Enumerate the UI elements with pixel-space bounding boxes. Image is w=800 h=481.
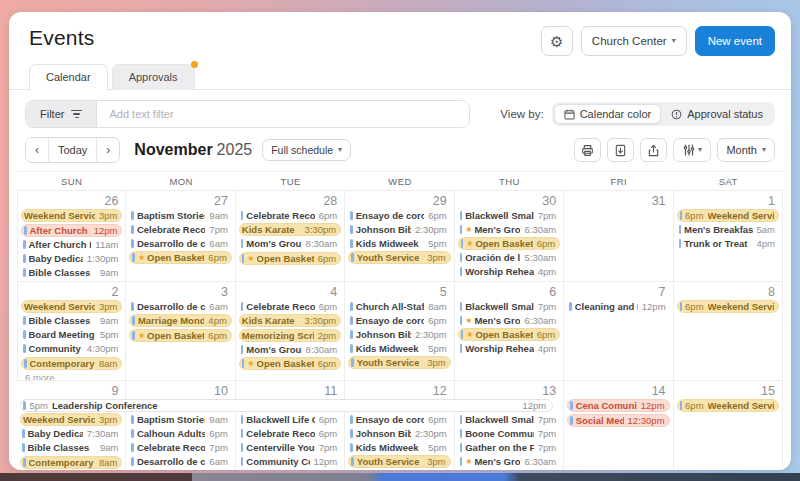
day-cell[interactable]: 5Church All-Staff8amEnsayo de coro6pmJoh… xyxy=(345,282,454,381)
event-item[interactable]: Men's Breakfast5am xyxy=(677,224,779,237)
day-cell[interactable]: 27Baptism Stories (...9amCelebrate Recov… xyxy=(126,191,235,282)
event-item[interactable]: Blackwell Small ...7pm xyxy=(458,209,560,222)
event-item[interactable]: Church All-Staff8am xyxy=(348,300,450,313)
event-item[interactable]: Desarrollo de car...6am xyxy=(129,300,231,313)
event-item[interactable]: Trunk or Treat4pm xyxy=(677,238,779,251)
event-item[interactable]: Johnson Bibl...2:30pm xyxy=(348,427,450,440)
event-item[interactable]: Kids Midweek5pm xyxy=(348,237,450,250)
day-cell[interactable]: 4Celebrate Recov...6pmKids Karate3:30pmM… xyxy=(236,282,345,381)
event-item[interactable]: Contemporary S...8am xyxy=(21,357,122,370)
event-item[interactable]: Kids Midweek5pm xyxy=(348,441,450,454)
event-item[interactable]: Bible Classes9am xyxy=(21,266,122,279)
print-button[interactable] xyxy=(574,138,601,162)
event-item[interactable]: Desarrollo de car...6am xyxy=(129,455,231,468)
day-cell[interactable]: 13Blackwell Small ...7pmBoone Communit..… xyxy=(455,381,564,470)
event-item[interactable]: Gather on the Far...7pm xyxy=(458,441,560,454)
day-cell[interactable]: 9Weekend Services3pmBaby Dedicati...7:30… xyxy=(17,381,126,470)
more-link[interactable]: 6 more... xyxy=(25,372,118,382)
event-item[interactable]: Celebrate Recov...7pm xyxy=(129,441,231,454)
event-item[interactable]: Kids Midweek5pm xyxy=(348,342,450,355)
day-cell[interactable]: 86pmWeekend Services xyxy=(674,282,783,381)
event-item[interactable]: Ensayo de coro6pm xyxy=(348,314,450,327)
event-item[interactable]: Johnson Bibl...2:30pm xyxy=(348,223,450,236)
event-item[interactable]: Weekend Services3pm xyxy=(20,413,122,426)
day-cell[interactable]: 29Ensayo de coro6pmJohnson Bibl...2:30pm… xyxy=(345,191,454,282)
event-item[interactable]: ★Men's Group6:30am xyxy=(458,223,560,236)
export-file-button[interactable] xyxy=(607,138,634,162)
event-item[interactable]: Community D...4:30pm xyxy=(21,343,122,356)
view-by-approval-status[interactable]: Approval status xyxy=(661,104,773,124)
next-button[interactable]: › xyxy=(96,138,119,162)
event-item[interactable]: Ensayo de coro6pm xyxy=(348,413,450,426)
event-item[interactable]: Youth Service3pm xyxy=(348,356,450,369)
event-item[interactable]: ★Men's Group6:30am xyxy=(458,314,560,327)
event-item[interactable]: Ensayo de coro6pm xyxy=(348,209,450,222)
prev-button[interactable]: ‹ xyxy=(26,138,48,162)
event-item[interactable]: Blackwell Small ...7pm xyxy=(458,300,560,313)
new-event-button[interactable]: New event xyxy=(695,26,775,56)
event-item[interactable]: 6pmWeekend Services xyxy=(677,209,779,222)
event-item[interactable]: Baby Dedicati...1:30pm xyxy=(21,252,122,265)
day-cell[interactable]: 7Cleaning and M...12pm xyxy=(564,282,673,381)
event-item[interactable]: Calhoun Adults: ...6pm xyxy=(129,427,231,440)
day-cell[interactable]: 31 xyxy=(564,191,673,282)
event-item[interactable]: Marriage Mondays4pm xyxy=(129,314,231,327)
tab-calendar[interactable]: Calendar xyxy=(29,64,108,90)
event-item[interactable]: Oración de la ...5:30am xyxy=(458,252,560,265)
event-item[interactable]: Weekend Services3pm xyxy=(21,209,122,222)
event-item[interactable]: Youth Service3pm xyxy=(348,455,450,468)
day-cell[interactable]: 14Cena Comunitar...12pmSocial Media...12… xyxy=(564,381,673,470)
display-options-button[interactable]: ▾ xyxy=(673,138,711,162)
event-item[interactable]: Blackwell Life Gr...6pm xyxy=(239,413,341,426)
day-cell[interactable]: 10Baptism Stories (...9amCalhoun Adults:… xyxy=(126,381,235,470)
event-item[interactable]: ★Open Basketb...6pm xyxy=(239,252,341,265)
day-cell[interactable]: 156pmWeekend Services xyxy=(674,381,783,470)
filter-button[interactable]: Filter xyxy=(26,101,97,127)
event-item[interactable]: Mom's Group8:30am xyxy=(239,343,341,356)
event-item[interactable]: Baby Dedicati...7:30am xyxy=(20,428,122,441)
event-item[interactable]: Baptism Stories (...9am xyxy=(129,413,231,426)
event-item[interactable]: Worship Rehearsal4pm xyxy=(458,343,560,356)
event-item[interactable]: Celebrate Recov...7pm xyxy=(129,223,231,236)
event-item[interactable]: Celebrate Recov...6pm xyxy=(239,209,341,222)
event-item[interactable]: ★Open Basketb...6pm xyxy=(129,329,231,342)
event-item[interactable]: Desarrollo de car...6am xyxy=(129,237,231,250)
event-item[interactable]: Cleaning and M...12pm xyxy=(567,300,669,313)
event-item[interactable]: Centerville Youn...7pm xyxy=(239,441,341,454)
day-cell[interactable]: 6Blackwell Small ...7pm★Men's Group6:30a… xyxy=(455,282,564,381)
event-item[interactable]: Boone Communit...7pm xyxy=(458,427,560,440)
more-link[interactable]: 3 more... xyxy=(243,470,337,471)
event-item[interactable]: Community Coff...12pm xyxy=(239,455,341,468)
schedule-dropdown[interactable]: Full schedule ▾ xyxy=(262,139,351,161)
event-item[interactable]: Kids Karate3:30pm xyxy=(239,223,341,236)
day-cell[interactable]: 26Weekend Services3pmAfter Church Po...1… xyxy=(17,191,126,282)
event-item[interactable]: 6pmWeekend Services xyxy=(677,300,779,313)
event-item[interactable]: ★Men's Group6:30am xyxy=(458,455,560,468)
day-cell[interactable]: 3Desarrollo de car...6amMarriage Mondays… xyxy=(126,282,235,381)
day-cell[interactable]: 30Blackwell Small ...7pm★Men's Group6:30… xyxy=(455,191,564,282)
event-item[interactable]: Contemporary S...8am xyxy=(20,456,122,469)
org-selector-dropdown[interactable]: Church Center ▾ xyxy=(581,26,687,56)
event-item[interactable]: Blackwell Small ...7pm xyxy=(458,413,560,426)
event-item[interactable]: Social Media...12:30pm xyxy=(567,414,669,427)
day-cell[interactable]: 12Ensayo de coro6pmJohnson Bibl...2:30pm… xyxy=(345,381,454,470)
range-dropdown[interactable]: Month ▾ xyxy=(717,138,775,162)
more-link[interactable]: 3 more... xyxy=(462,470,556,471)
event-item[interactable]: After Church Pot...11am xyxy=(21,238,122,251)
event-item[interactable]: Cena Comunitar...12pm xyxy=(567,399,669,412)
event-item[interactable]: Baptism Stories (...9am xyxy=(129,209,231,222)
event-item[interactable]: Memorizing Scri...2pm xyxy=(239,329,341,342)
day-cell[interactable]: 11Blackwell Life Gr...6pmCelebrate Recov… xyxy=(236,381,345,470)
event-item[interactable]: Mom's Group8:30am xyxy=(239,238,341,251)
event-item[interactable]: Bible Classes9am xyxy=(21,315,122,328)
event-item[interactable]: Celebrate Recov...6pm xyxy=(239,427,341,440)
today-button[interactable]: Today xyxy=(48,138,96,162)
event-item[interactable]: 6pmWeekend Services xyxy=(677,399,779,412)
multi-day-event[interactable]: 5pmLeadership Conference12pm xyxy=(20,399,553,412)
view-by-calendar-color[interactable]: Calendar color xyxy=(554,104,662,124)
event-item[interactable]: ★Open Basketb...6pm xyxy=(458,237,560,250)
tab-approvals[interactable]: Approvals xyxy=(112,64,195,90)
share-button[interactable] xyxy=(640,138,667,162)
event-item[interactable]: Kids Karate3:30pm xyxy=(239,314,341,327)
text-filter-input[interactable] xyxy=(97,101,469,127)
